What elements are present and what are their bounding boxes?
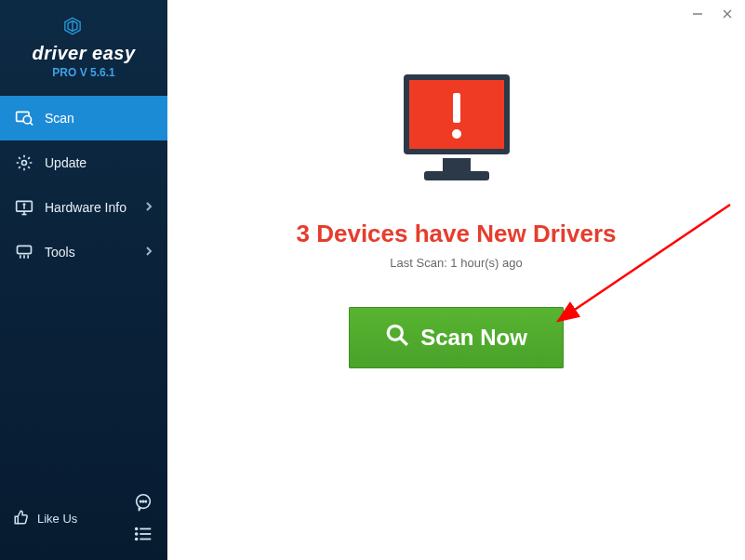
svg-point-13 (23, 204, 24, 205)
tools-icon (15, 243, 33, 261)
svg-rect-15 (18, 246, 32, 253)
nav-tools[interactable]: Tools (0, 230, 167, 274)
nav-update[interactable]: Update (0, 140, 167, 185)
nav: Scan Update Hardware Info (0, 96, 167, 274)
brand-block: driver easy PRO V 5.6.1 (0, 0, 167, 87)
svg-point-21 (142, 500, 143, 501)
last-scan-text: Last Scan: 1 hour(s) ago (390, 256, 522, 270)
app-version: PRO V 5.6.1 (52, 66, 114, 79)
sidebar-bottom: Like Us (0, 480, 167, 560)
scan-now-button[interactable]: Scan Now (349, 307, 564, 368)
svg-rect-31 (443, 158, 471, 171)
svg-point-25 (136, 533, 138, 535)
svg-rect-33 (453, 93, 460, 123)
thumbs-up-icon (13, 509, 30, 528)
close-button[interactable] (719, 6, 736, 22)
svg-point-35 (388, 326, 402, 340)
chevron-right-icon (145, 245, 153, 260)
nav-hardware-label: Hardware Info (45, 200, 126, 215)
gear-icon (15, 153, 33, 172)
headline-text: 3 Devices have New Drivers (297, 220, 617, 248)
minimize-button[interactable] (689, 6, 706, 22)
svg-line-8 (30, 123, 33, 126)
nav-scan[interactable]: Scan (0, 96, 167, 140)
svg-point-20 (140, 500, 141, 501)
main-content: 3 Devices have New Drivers Last Scan: 1 … (167, 0, 745, 560)
svg-point-22 (145, 500, 146, 501)
svg-point-23 (136, 528, 138, 530)
nav-scan-label: Scan (45, 111, 74, 126)
nav-update-label: Update (45, 155, 86, 170)
logo-icon (63, 17, 104, 39)
scan-now-label: Scan Now (420, 325, 527, 351)
svg-rect-32 (424, 171, 489, 180)
monitor-info-icon (15, 198, 33, 217)
svg-line-36 (400, 338, 407, 345)
magnifier-icon (385, 323, 409, 353)
svg-point-27 (136, 539, 138, 540)
nav-hardware-info[interactable]: Hardware Info (0, 185, 167, 230)
app-name: driver easy (32, 43, 135, 64)
svg-point-7 (23, 116, 31, 124)
chevron-right-icon (145, 200, 153, 215)
svg-point-9 (22, 161, 27, 166)
sidebar: driver easy PRO V 5.6.1 Scan Update (0, 0, 167, 560)
feedback-button[interactable] (132, 491, 154, 513)
like-us-button[interactable]: Like Us (13, 509, 77, 528)
menu-button[interactable] (132, 523, 154, 545)
svg-point-34 (452, 129, 461, 139)
alert-monitor-icon (387, 65, 526, 208)
nav-tools-label: Tools (45, 245, 75, 260)
scan-icon (15, 109, 33, 127)
like-us-label: Like Us (37, 512, 77, 526)
